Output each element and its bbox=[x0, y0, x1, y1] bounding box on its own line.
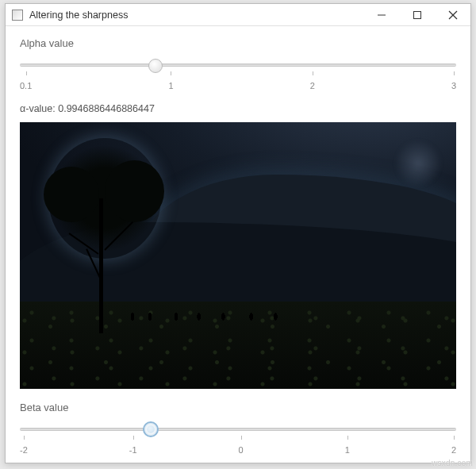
content-area: Alpha value 0.1123 α-value: 0.9946886446… bbox=[6, 26, 470, 463]
beta-slider[interactable] bbox=[20, 418, 456, 440]
tick-label: 2 bbox=[451, 445, 456, 455]
window-title: Altering the sharpness bbox=[29, 10, 363, 21]
app-window: Altering the sharpness Alpha value 0.112… bbox=[5, 3, 471, 463]
alpha-slider-ticks: 0.1123 bbox=[20, 81, 456, 90]
beta-slider-track bbox=[20, 428, 456, 431]
alpha-slider[interactable] bbox=[20, 54, 456, 76]
tick-label: -1 bbox=[129, 445, 137, 455]
tick-label: 1 bbox=[345, 445, 350, 455]
alpha-slider-thumb[interactable] bbox=[148, 59, 163, 73]
tick-label: 0.1 bbox=[20, 81, 32, 90]
beta-slider-ticks: -2-1012 bbox=[20, 445, 456, 455]
tick-label: 0 bbox=[239, 445, 244, 455]
beta-label: Beta value bbox=[20, 402, 456, 413]
close-button[interactable] bbox=[435, 4, 470, 25]
tick-label: -2 bbox=[20, 445, 28, 455]
app-icon bbox=[12, 10, 23, 21]
titlebar[interactable]: Altering the sharpness bbox=[6, 4, 470, 26]
svg-rect-1 bbox=[413, 11, 420, 18]
alpha-readout: α-value: 0.9946886446886447 bbox=[20, 103, 456, 114]
minimize-button[interactable] bbox=[363, 4, 399, 25]
tick-label: 1 bbox=[168, 81, 173, 90]
watermark: wsxdn.com bbox=[432, 459, 473, 467]
image-preview bbox=[20, 122, 456, 389]
alpha-label: Alpha value bbox=[20, 37, 456, 49]
tick-label: 3 bbox=[451, 81, 456, 90]
beta-slider-thumb[interactable] bbox=[143, 421, 159, 437]
window-controls bbox=[363, 4, 470, 25]
tick-label: 2 bbox=[310, 81, 315, 90]
alpha-slider-track bbox=[20, 63, 456, 67]
maximize-button[interactable] bbox=[399, 4, 435, 25]
